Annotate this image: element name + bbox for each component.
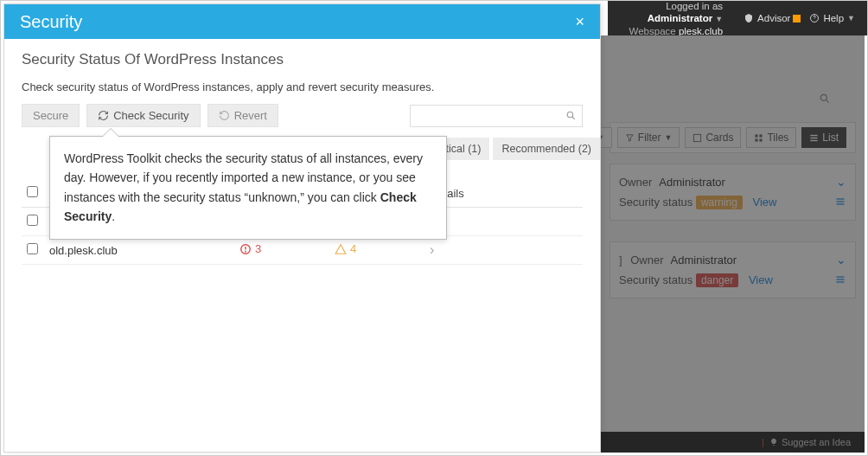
- dialog-subtitle: Security Status Of WordPress Instances: [22, 51, 583, 68]
- status-warn-icon: 4: [335, 242, 356, 255]
- cards-icon: [692, 133, 702, 143]
- tab-recommended[interactable]: Recommended (2): [493, 138, 600, 160]
- instance-name: old.plesk.club: [44, 236, 234, 265]
- list-button[interactable]: List: [801, 127, 846, 148]
- list-icon: [809, 133, 819, 143]
- svg-rect-6: [811, 134, 818, 135]
- filter-button[interactable]: Filter ▼: [617, 127, 680, 148]
- view-toolbar: Sort ▼ Filter ▼ Cards Tiles List: [610, 122, 856, 153]
- security-dialog: Security × Security Status Of WordPress …: [3, 3, 601, 453]
- site-card-2: ] OwnerAdministrator ⌄ Security status d…: [610, 241, 856, 299]
- check-security-button[interactable]: Check Security: [86, 104, 200, 127]
- bottom-bar: | Suggest an Idea: [601, 432, 865, 453]
- svg-point-22: [246, 251, 246, 252]
- menu-icon[interactable]: [834, 274, 846, 287]
- svg-rect-7: [811, 137, 818, 138]
- filter-icon: [625, 133, 635, 143]
- svg-rect-4: [756, 138, 758, 141]
- toolbar: Secure Check Security Revert: [22, 104, 583, 127]
- view-link[interactable]: View: [749, 273, 773, 286]
- svg-line-18: [572, 117, 575, 119]
- table-row: old.plesk.club 3 4 ›: [22, 236, 583, 265]
- search-input[interactable]: [410, 105, 583, 127]
- svg-rect-2: [756, 134, 758, 137]
- shield-icon: [744, 13, 754, 23]
- site-card-1: OwnerAdministrator ⌄ Security status war…: [610, 164, 856, 221]
- svg-rect-3: [760, 134, 763, 137]
- refresh-icon: [98, 110, 109, 121]
- notification-dot-icon: [793, 15, 801, 22]
- suggest-link[interactable]: Suggest an Idea: [782, 437, 851, 447]
- view-link[interactable]: View: [753, 196, 777, 209]
- expand-icon[interactable]: ⌄: [836, 253, 846, 267]
- svg-point-17: [567, 112, 573, 118]
- tiles-icon: [754, 133, 763, 143]
- row-checkbox[interactable]: [27, 215, 38, 226]
- tiles-button[interactable]: Tiles: [746, 127, 796, 148]
- plesk-header: Logged in as Administrator▼ Webspace ple…: [608, 1, 867, 35]
- secure-button[interactable]: Secure: [22, 104, 80, 127]
- status-badge: warning: [696, 196, 743, 209]
- status-critical-icon: 3: [239, 242, 261, 255]
- help-link[interactable]: Help▼: [809, 13, 855, 23]
- dialog-title: Security: [20, 12, 82, 32]
- select-all-checkbox[interactable]: [27, 186, 38, 197]
- svg-rect-8: [811, 139, 818, 140]
- col-details: Details: [424, 179, 583, 208]
- svg-rect-5: [760, 138, 763, 141]
- lightbulb-icon: [769, 438, 778, 446]
- row-checkbox[interactable]: [27, 243, 38, 254]
- bracket-icon: ]: [619, 254, 622, 267]
- svg-line-16: [826, 100, 828, 102]
- dialog-description: Check security status of WordPress insta…: [22, 80, 583, 93]
- close-icon[interactable]: ×: [575, 13, 584, 31]
- menu-icon[interactable]: [834, 196, 846, 209]
- status-badge: danger: [696, 273, 738, 287]
- expand-icon[interactable]: ⌄: [836, 175, 846, 189]
- logged-in-as[interactable]: Logged in as Administrator▼: [608, 0, 723, 25]
- svg-rect-1: [694, 134, 701, 141]
- search-icon: [565, 110, 577, 121]
- chevron-right-icon[interactable]: ›: [430, 242, 434, 257]
- tooltip-popover: WordPress Toolkit checks the security st…: [49, 136, 447, 240]
- advisor-link[interactable]: Advisor: [744, 13, 801, 23]
- background-search-icon[interactable]: [819, 93, 831, 107]
- undo-icon: [219, 110, 230, 121]
- revert-button[interactable]: Revert: [207, 104, 278, 127]
- help-icon: [809, 13, 820, 23]
- dialog-titlebar: Security ×: [4, 4, 600, 39]
- cards-button[interactable]: Cards: [685, 127, 741, 148]
- svg-point-15: [820, 94, 827, 100]
